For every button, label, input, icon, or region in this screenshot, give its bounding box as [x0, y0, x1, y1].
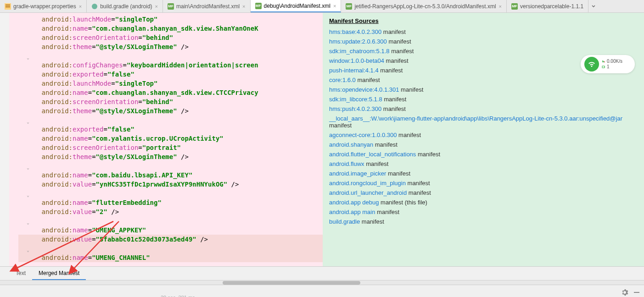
code-line[interactable]: android:name="UMENG_CHANNEL"	[18, 253, 323, 262]
fold-toggle[interactable]: ⌄	[27, 163, 29, 172]
source-link[interactable]: sdk:im_chatroom:5.1.8	[329, 48, 390, 55]
source-text: manifest	[375, 209, 399, 215]
source-link[interactable]: android.rongcloud_im_plugin	[329, 180, 406, 187]
tab-main-manifest[interactable]: MF main\AndroidManifest.xml ×	[163, 0, 251, 12]
close-icon[interactable]: ×	[499, 4, 502, 9]
bottom-tab-text[interactable]: Text	[9, 267, 32, 280]
source-text: manifest	[390, 48, 414, 55]
close-icon[interactable]: ×	[333, 3, 336, 9]
source-link[interactable]: android.flutter_local_notifications	[329, 151, 416, 158]
code-line[interactable]: android:value="2" />	[18, 207, 323, 216]
tab-gradle-wrapper-properties[interactable]: gradle-wrapper.properties ×	[0, 0, 87, 12]
code-line[interactable]: android:theme="@style/SXLoginTheme" />	[18, 42, 323, 51]
source-item: sdk:im_chatroom:5.1.8 manifest	[329, 46, 638, 56]
code-line[interactable]: android:theme="@style/SXLoginTheme" />	[18, 106, 323, 116]
tab-label: jetified-RangersAppLog-Lite-cn-5.3.0/And…	[354, 3, 496, 10]
tabs-overflow-chevron[interactable]	[588, 0, 599, 12]
code-line[interactable]: android:name="com.yalantis.ucrop.UCropAc…	[18, 134, 323, 143]
horizontal-scrollbar[interactable]	[0, 280, 644, 285]
source-link[interactable]: sdk:im_libcore:5.1.8	[329, 96, 382, 103]
source-text: manifest	[416, 151, 440, 158]
manifest-icon: MF	[255, 3, 262, 9]
source-link[interactable]: __local_aars__:W.\work\jiameng-flutter-a…	[329, 115, 622, 122]
gutter	[0, 13, 9, 266]
close-icon[interactable]: ×	[79, 4, 82, 9]
source-link[interactable]: hms:push:4.0.2.300	[329, 105, 381, 112]
tab-debug-manifest[interactable]: MF debug\AndroidManifest.xml ×	[251, 0, 342, 12]
code-line[interactable]	[18, 244, 323, 253]
fold-toggle[interactable]: ⌄	[27, 53, 29, 62]
source-link[interactable]: android.fluwx	[329, 160, 364, 167]
code-line[interactable]: android:name="flutterEmbedding"	[18, 198, 323, 207]
source-link[interactable]: android.app debug	[329, 199, 379, 206]
svg-rect-2	[6, 6, 10, 7]
source-text: manifest	[381, 28, 406, 35]
source-link[interactable]: android.shanyan	[329, 141, 373, 148]
source-link[interactable]: hms:update:2.0.6.300	[329, 38, 387, 45]
wifi-count: 1	[607, 64, 610, 70]
tab-build-gradle[interactable]: build.gradle (android) ×	[87, 0, 163, 12]
code-line[interactable]	[18, 161, 323, 170]
gradle-icon	[91, 3, 98, 10]
tab-versionedparcelable[interactable]: MF versionedparcelable-1.1.1	[507, 0, 588, 12]
code-line[interactable]: android:exported="false"	[18, 125, 323, 134]
source-link[interactable]: agconnect-core:1.0.0.300	[329, 132, 397, 138]
tab-label: versionedparcelable-1.1.1	[520, 3, 583, 10]
code-line[interactable]: android:name="com.baidu.lbsapi.API_KEY"	[18, 170, 323, 180]
code-line[interactable]: android:theme="@style/SXLoginTheme" />	[18, 152, 323, 161]
svg-point-3	[92, 4, 97, 9]
gear-icon[interactable]	[621, 289, 628, 297]
source-link[interactable]: hms:base:4.0.2.300	[329, 28, 381, 35]
tab-jetified-rangers[interactable]: MF jetified-RangersAppLog-Lite-cn-5.3.0/…	[341, 0, 507, 12]
code-line[interactable]: android:launchMode="singleTop"	[18, 15, 323, 24]
source-text: manifest	[399, 86, 424, 93]
code-editor-pane[interactable]: android:launchMode="singleTop" android:n…	[0, 13, 323, 266]
scroll-thumb[interactable]	[223, 281, 360, 285]
tab-label: debug\AndroidManifest.xml	[264, 3, 330, 9]
fold-toggle[interactable]: ⌄	[27, 191, 29, 200]
network-overlay[interactable]: 0.00K/s 1	[581, 55, 635, 73]
source-link[interactable]: core:1.6.0	[329, 77, 356, 83]
source-link[interactable]: android.app main	[329, 209, 375, 215]
bottom-tab-merged-manifest[interactable]: Merged Manifest	[32, 267, 86, 280]
tab-label: gradle-wrapper.properties	[13, 3, 76, 10]
fold-toggle[interactable]: ⌄	[27, 117, 29, 126]
source-item: build.gradle manifest	[329, 217, 638, 226]
close-icon[interactable]: ×	[155, 4, 158, 9]
fold-toggle[interactable]: ⌄	[27, 246, 29, 255]
code-line[interactable]: android:launchMode="singleTop"	[18, 79, 323, 88]
code-line[interactable]: android:name="com.chuanglan.shanyan_sdk.…	[18, 88, 323, 97]
code-line[interactable]: android:exported="false"	[18, 70, 323, 79]
code-line[interactable]: android:value="ynHCS35TfDc1prwwdIsaXYP9n…	[18, 180, 323, 189]
source-text: manifest	[360, 218, 384, 225]
wifi-icon	[584, 57, 599, 72]
code-line[interactable]: android:name="com.chuanglan.shanyan_sdk.…	[18, 24, 323, 33]
code-line[interactable]	[18, 216, 323, 226]
code-line[interactable]: android:configChanges="keyboardHidden|or…	[18, 60, 323, 70]
source-item: android.app debug manifest (this file)	[329, 198, 638, 207]
code-line[interactable]	[18, 116, 323, 125]
fold-toggle[interactable]: ⌄	[27, 218, 29, 227]
close-icon[interactable]: ×	[242, 4, 245, 9]
code-line[interactable]	[18, 189, 323, 198]
bottom-tabs: Text Merged Manifest	[0, 266, 644, 280]
source-link[interactable]: push-internal:4.1.4	[329, 67, 379, 74]
wifi-speed: 0.00K/s	[607, 59, 622, 64]
source-link[interactable]: build.gradle	[329, 218, 360, 225]
source-text: manifest	[379, 67, 403, 74]
status-bar: 20 sec, 281 ms	[0, 285, 644, 297]
code-line[interactable]: android:screenOrientation="behind"	[18, 97, 323, 106]
code-line[interactable]: android:value="5fababc01c520d3073a5ed49"…	[18, 235, 323, 244]
source-link[interactable]: android.url_launcher_android	[329, 189, 407, 196]
code-line[interactable]: android:screenOrientation="portrait"	[18, 143, 323, 152]
code-line[interactable]: android:screenOrientation="behind"	[18, 33, 323, 42]
code-line[interactable]: android:name="UMENG_APPKEY"	[18, 226, 323, 235]
source-item: __local_aars__:W.\work\jiameng-flutter-a…	[329, 114, 638, 130]
source-link[interactable]: window:1.0.0-beta04	[329, 57, 384, 64]
code-line[interactable]	[18, 51, 323, 60]
source-text: manifest	[386, 170, 410, 177]
manifest-sources-pane[interactable]: Manifest Sources hms:base:4.0.2.300 mani…	[323, 13, 644, 266]
minimize-icon[interactable]	[633, 289, 640, 297]
source-link[interactable]: hms:opendevice:4.0.1.301	[329, 86, 399, 93]
source-link[interactable]: android.image_picker	[329, 170, 386, 177]
